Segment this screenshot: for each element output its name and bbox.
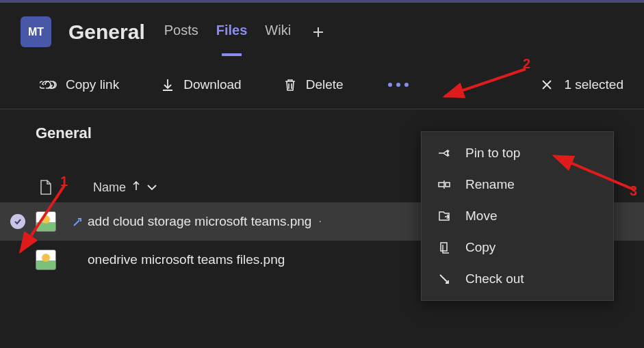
copy-icon (437, 240, 452, 255)
tab-wiki[interactable]: Wiki (265, 23, 291, 41)
download-icon (160, 77, 175, 92)
context-menu: Pin to top Rename Move Copy Check out (421, 131, 614, 301)
name-label: Name (93, 180, 126, 195)
chevron-down-icon (146, 180, 157, 195)
more-options-button[interactable] (385, 75, 412, 95)
delete-button[interactable]: Delete (283, 77, 344, 92)
shared-icon (71, 215, 85, 228)
channel-header: MT General Posts Files Wiki (0, 3, 644, 54)
files-toolbar: Copy link Download Delete 1 selected (0, 54, 644, 109)
menu-copy[interactable]: Copy (422, 232, 613, 263)
image-file-icon (36, 250, 56, 270)
sort-asc-icon (131, 180, 141, 195)
file-name: onedrive microsoft teams files.png (88, 252, 285, 267)
menu-label: Check out (465, 271, 524, 286)
menu-label: Rename (465, 177, 515, 192)
menu-label: Move (465, 209, 497, 224)
rename-icon (437, 177, 452, 192)
shared-icon (71, 253, 85, 267)
menu-move[interactable]: Move (422, 200, 613, 232)
pin-icon (437, 146, 452, 161)
file-name: add cloud storage microsoft teams.png (88, 214, 311, 229)
tab-files[interactable]: Files (216, 23, 248, 41)
check-icon (10, 214, 25, 229)
copy-link-button[interactable]: Copy link (40, 77, 119, 92)
clear-selection-button[interactable] (538, 76, 556, 94)
download-label: Download (183, 77, 242, 92)
name-column-header[interactable]: Name (93, 180, 157, 195)
menu-label: Pin to top (465, 146, 520, 161)
move-icon (437, 209, 452, 224)
team-avatar[interactable]: MT (21, 16, 51, 47)
menu-check-out[interactable]: Check out (422, 263, 613, 295)
ellipsis-icon (396, 83, 400, 87)
row-checkbox[interactable] (0, 214, 36, 229)
menu-rename[interactable]: Rename (422, 169, 613, 200)
row-more-icon[interactable]: · (318, 215, 321, 228)
ellipsis-icon (388, 83, 392, 87)
selection-indicator: 1 selected (538, 76, 623, 94)
selected-count: 1 selected (564, 77, 623, 92)
file-type-icon (36, 179, 56, 196)
trash-icon (283, 77, 298, 92)
link-icon (40, 78, 57, 92)
ellipsis-icon (404, 83, 409, 87)
channel-tabs: Posts Files Wiki (164, 23, 328, 42)
tab-posts[interactable]: Posts (164, 23, 198, 41)
menu-label: Copy (465, 240, 495, 255)
menu-pin-to-top[interactable]: Pin to top (422, 137, 613, 169)
image-file-icon (36, 211, 56, 232)
download-button[interactable]: Download (160, 77, 242, 92)
copy-link-label: Copy link (66, 77, 119, 92)
checkout-icon (437, 271, 452, 286)
add-tab-button[interactable] (309, 23, 328, 42)
teams-files-view: MT General Posts Files Wiki Copy link Do… (0, 0, 644, 348)
channel-name: General (68, 21, 145, 44)
delete-label: Delete (306, 77, 344, 92)
